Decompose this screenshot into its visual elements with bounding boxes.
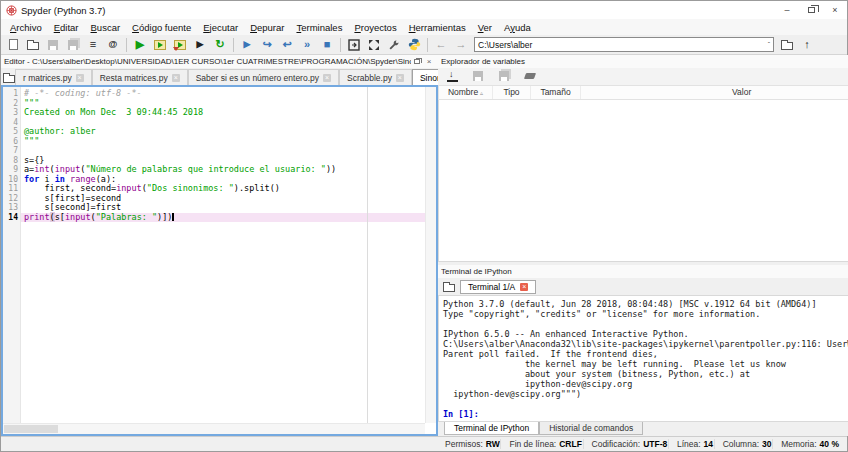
parent-directory-button[interactable]: ↑ [797,36,817,54]
edge-line [367,87,368,423]
status-bar: Permisos:RWFin de línea:CRLFCodificación… [1,436,847,451]
stop-debug-button[interactable]: ■ [317,36,337,54]
open-file-button[interactable] [23,36,43,54]
menu-item-ayuda[interactable]: Ayuda [498,21,537,34]
line-number: 1 [3,89,18,99]
line-number: 2 [3,99,18,109]
editor-tab[interactable]: Resta matrices.py× [92,69,188,85]
line-number: 11 [3,184,18,194]
console-bottom-tabs: Terminal de IPythonHistorial de comandos [438,422,848,436]
run-icon: ▶ [136,39,144,50]
restore-button[interactable] [799,1,823,19]
close-button[interactable]: × [823,1,847,19]
preferences-button[interactable] [384,36,404,54]
editor-tab[interactable]: Scrabble.py× [339,69,412,85]
folder-icon [443,284,455,292]
status-value: 40 % [820,439,839,449]
code-editor[interactable]: 1234567891011121314 # -*- coding: utf-8 … [1,85,438,436]
menu-item-archivo[interactable]: Archivo [4,21,48,34]
run-cell-icon [154,40,166,50]
debug-file-button[interactable]: ▶ [237,36,257,54]
column-header-tamaño[interactable]: Tamaño [531,86,581,99]
close-pane-button[interactable]: × [423,57,435,66]
tab-close-icon[interactable]: × [76,74,84,82]
reset-namespace-button[interactable] [520,67,540,85]
menu-item-herramientas[interactable]: Herramientas [403,21,472,34]
new-file-icon [9,39,18,50]
save-data-button[interactable] [468,67,488,85]
status-label: Columna: [723,439,759,449]
tab-close-icon[interactable]: × [520,283,528,291]
step-return-button[interactable]: ↩ [277,36,297,54]
tab-close-icon[interactable]: × [172,74,180,82]
column-header-tipo[interactable]: Tipo [493,86,531,99]
column-header-nombre[interactable]: Nombre▵ [439,86,493,99]
back-button[interactable]: ← [431,36,451,54]
menu-item-depurar[interactable]: Depurar [244,21,290,34]
menu-item-editar[interactable]: Editar [48,21,85,34]
editor-tab[interactable]: Saber si es un número entero.py× [188,69,339,85]
file-switcher-button[interactable]: ≡ [83,36,103,54]
menu-item-proyectos[interactable]: Proyectos [348,21,402,34]
run-cell-button[interactable] [150,36,170,54]
status-item-findelínea: Fin de línea:CRLF [500,439,581,449]
menu-item-ejecutar[interactable]: Ejecutar [197,21,244,34]
browse-directory-button[interactable] [777,36,797,54]
status-items: Permisos:RWFin de línea:CRLFCodificación… [441,439,847,449]
import-data-button[interactable] [442,67,462,85]
sort-indicator-icon: ▵ [480,89,483,96]
console-pane-header: Terminal de IPython × [438,265,848,278]
run-file-button[interactable]: ▶ [130,36,150,54]
console-tab-bar: Terminal 1/A × ■ ⚙ [438,278,848,295]
menu-item-terminales[interactable]: Terminales [290,21,348,34]
chevron-down-icon: ˇ [768,41,770,48]
line-number: 4 [3,118,18,128]
scrollbar-thumb[interactable] [4,425,58,433]
bottom-tab-terminal-de-ipython[interactable]: Terminal de IPython [444,422,539,435]
spyder-logo-icon [6,5,17,16]
code-area[interactable]: # -*- coding: utf-8 -*-"""Created on Mon… [21,87,425,423]
menu-item-ver[interactable]: Ver [472,21,498,34]
run-selection-button[interactable]: ▶ [190,36,210,54]
working-directory-combobox[interactable]: C:\Users\alber ˇ [474,37,774,52]
variable-table-body[interactable] [438,100,848,262]
bottom-tab-historial-de-comandos[interactable]: Historial de comandos [539,422,643,435]
python-logo-icon [408,38,421,51]
run-cell-advance-button[interactable] [170,36,190,54]
console-output[interactable]: Python 3.7.0 (default, Jun 28 2018, 08:0… [438,295,848,422]
menu-item-código-fuente[interactable]: Código fuente [126,21,197,34]
line-number: 9 [3,165,18,175]
editor-vertical-scrollbar[interactable] [425,87,436,423]
save-button[interactable] [43,36,63,54]
tab-close-icon[interactable]: × [396,74,404,82]
save-all-button[interactable] [63,36,83,54]
continue-button[interactable]: » [297,36,317,54]
forward-button[interactable]: → [451,36,471,54]
status-item-permisos: Permisos:RW [445,439,500,449]
console-tab[interactable]: Terminal 1/A × [460,280,536,294]
editor-horizontal-scrollbar[interactable] [3,423,425,434]
status-item-memoria: Memoria:40 % [772,439,839,449]
step-into-button[interactable]: ↪ [257,36,277,54]
rerun-button[interactable]: ↻ [210,36,230,54]
maximize-pane-button[interactable] [344,36,364,54]
code-line [21,146,425,156]
save-data-as-button[interactable] [494,67,514,85]
symbol-finder-button[interactable]: @ [103,36,123,54]
undock-pane-button[interactable] [411,59,423,64]
menu-bar: ArchivoEditarBuscarCódigo fuenteEjecutar… [1,19,847,35]
variable-table-header: Nombre▵TipoTamañoValor [438,85,848,100]
new-file-button[interactable] [3,36,23,54]
tab-close-icon[interactable]: × [323,74,331,82]
save-icon [473,71,483,81]
minimize-button[interactable]: – [775,1,799,19]
column-header-valor[interactable]: Valor [581,86,848,99]
pythonpath-button[interactable] [404,36,424,54]
editor-tab[interactable]: r matrices.py× [15,69,92,85]
fullscreen-button[interactable] [364,36,384,54]
console-line [443,399,848,409]
menu-item-buscar[interactable]: Buscar [85,21,127,34]
browse-tabs-button[interactable] [3,70,15,85]
browse-tabs-button[interactable] [441,279,457,294]
import-icon [447,71,458,82]
